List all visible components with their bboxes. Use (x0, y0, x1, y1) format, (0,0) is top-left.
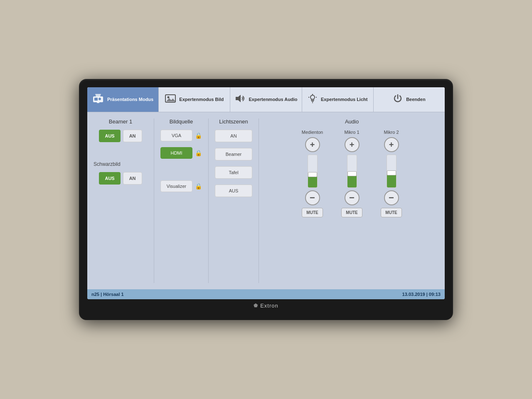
svg-marker-7 (166, 98, 175, 101)
bildquelle-section: Bildquelle VGA 🔒 HDMI 🔒 Visualizer 🔒 (160, 118, 202, 283)
nav-praesentation[interactable]: Präsentations Modus (87, 87, 159, 112)
vga-lock-icon: 🔒 (195, 132, 202, 139)
nav-beenden-label: Beenden (406, 97, 425, 102)
mikro2-slider[interactable] (387, 155, 397, 188)
mikro2-label: Mikro 2 (384, 130, 399, 135)
bottom-bar: ⬟ Extron (87, 299, 445, 312)
nav-praesentation-label: Präsentations Modus (107, 97, 153, 102)
mikro1-thumb (347, 171, 357, 176)
mikro2-plus-button[interactable]: + (384, 137, 399, 152)
medienton-label: Medienton (302, 130, 323, 135)
svg-marker-8 (236, 95, 241, 102)
beamer-title: Beamer 1 (94, 118, 148, 125)
nav-bar: Präsentations Modus Expertenmodus Bild (87, 87, 445, 112)
projector-icon (92, 94, 104, 105)
visualizer-button[interactable]: Visualizer (160, 180, 192, 192)
vga-button[interactable]: VGA (160, 130, 192, 141)
nav-beenden[interactable]: Beenden (374, 87, 445, 112)
divider-1 (154, 118, 154, 283)
visualizer-row: Visualizer 🔒 (160, 180, 202, 192)
beamer-power-row: AUS AN (94, 130, 148, 142)
nav-expertenbild-label: Expertenmodus Bild (179, 97, 224, 102)
nav-expertenlicht-label: Expertenmodus Licht (321, 97, 367, 102)
vga-row: VGA 🔒 (160, 130, 202, 141)
licht-section: Lichtszenen AN Beamer Tafel AUS (215, 118, 252, 283)
main-content: Beamer 1 AUS AN Schwarzbild AUS AN Bildq… (87, 112, 445, 289)
licht-beamer-button[interactable]: Beamer (215, 148, 252, 160)
mikro1-plus-button[interactable]: + (345, 137, 360, 152)
licht-title: Lichtszenen (215, 118, 252, 125)
mikro1-minus-button[interactable]: − (345, 190, 360, 205)
schwarzbild-aus-button[interactable]: AUS (99, 172, 120, 185)
audio-channels: Medienton + − MUTE Mikro 1 + (265, 130, 438, 283)
mikro2-minus-button[interactable]: − (384, 190, 399, 205)
power-icon (393, 94, 403, 106)
nav-expertenbild[interactable]: Expertenmodus Bild (159, 87, 230, 112)
svg-rect-11 (312, 101, 313, 101)
medienton-plus-button[interactable]: + (305, 137, 320, 152)
svg-point-9 (310, 95, 315, 99)
light-icon (308, 94, 318, 106)
mikro1-mute-button[interactable]: MUTE (341, 208, 362, 217)
licht-aus-button[interactable]: AUS (215, 185, 252, 197)
medienton-mute-button[interactable]: MUTE (302, 208, 323, 217)
medienton-slider[interactable] (308, 155, 318, 188)
svg-rect-1 (94, 98, 98, 101)
svg-rect-4 (97, 102, 99, 103)
licht-an-button[interactable]: AN (215, 130, 252, 142)
medienton-channel: Medienton + − MUTE (297, 130, 328, 283)
svg-point-2 (99, 98, 101, 100)
beamer-section: Beamer 1 AUS AN Schwarzbild AUS AN (94, 118, 148, 283)
svg-marker-3 (95, 94, 101, 96)
divider-2 (208, 118, 209, 283)
image-icon (165, 94, 176, 105)
mikro2-channel: Mikro 2 + − MUTE (376, 130, 407, 283)
mikro1-channel: Mikro 1 + − MUTE (336, 130, 367, 283)
svg-point-6 (167, 96, 170, 99)
datetime-label: 13.03.2019 | 09:13 (402, 292, 441, 297)
bildquelle-title: Bildquelle (160, 118, 202, 125)
mikro2-thumb (387, 170, 396, 175)
room-label: n25 | Hörsaal 1 (91, 292, 124, 297)
mikro2-mute-button[interactable]: MUTE (381, 208, 401, 217)
brand-icon: ⬟ (254, 303, 258, 308)
nav-expertenaudio-label: Expertenmodus Audio (249, 97, 298, 102)
screen: Präsentations Modus Expertenmodus Bild (87, 87, 445, 299)
medienton-fill (308, 176, 317, 187)
nav-expertenaudio[interactable]: Expertenmodus Audio (230, 87, 302, 112)
medienton-thumb (308, 172, 317, 177)
schwarzbild-row: AUS AN (94, 172, 148, 185)
status-bar: n25 | Hörsaal 1 13.03.2019 | 09:13 (87, 289, 445, 299)
hdmi-button[interactable]: HDMI (160, 147, 192, 159)
mikro1-fill (347, 175, 357, 187)
hdmi-lock-icon: 🔒 (195, 150, 202, 156)
audio-title: Audio (265, 118, 438, 125)
beamer-aus-button[interactable]: AUS (99, 130, 120, 142)
audio-section: Audio Medienton + − MUTE (265, 118, 438, 283)
brand-logo: Extron (260, 303, 278, 309)
mikro1-slider[interactable] (347, 155, 357, 188)
beamer-an-button[interactable]: AN (123, 130, 142, 142)
medienton-minus-button[interactable]: − (305, 190, 320, 205)
hdmi-row: HDMI 🔒 (160, 147, 202, 159)
visualizer-lock-icon: 🔒 (195, 183, 202, 190)
speaker-icon (235, 94, 246, 105)
mikro1-label: Mikro 1 (344, 130, 359, 135)
nav-expertenlicht[interactable]: Expertenmodus Licht (302, 87, 374, 112)
schwarzbild-title: Schwarzbild (94, 161, 148, 167)
schwarzbild-an-button[interactable]: AN (123, 172, 142, 185)
device-frame: Präsentations Modus Expertenmodus Bild (79, 79, 453, 320)
divider-3 (259, 118, 259, 283)
mikro2-fill (387, 175, 396, 187)
licht-tafel-button[interactable]: Tafel (215, 166, 252, 179)
